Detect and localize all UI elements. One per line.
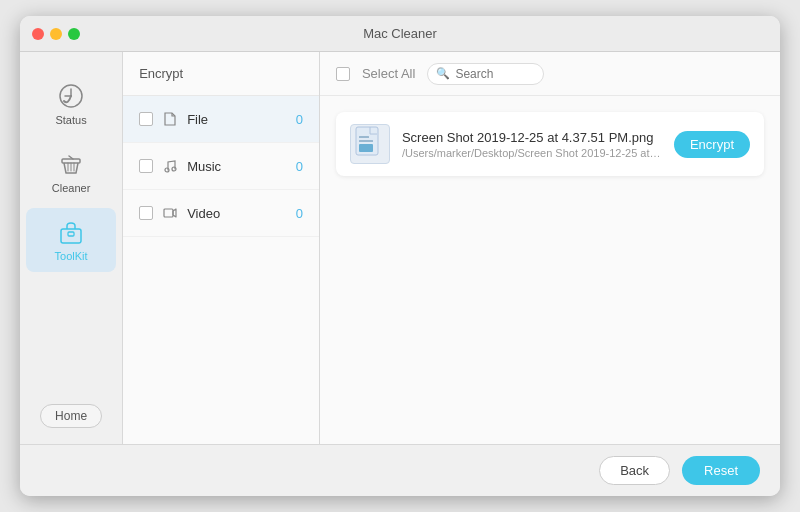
cleaner-icon bbox=[57, 150, 85, 178]
right-header: Select All 🔍 bbox=[320, 52, 780, 96]
sidebar-item-toolkit[interactable]: ToolKit bbox=[26, 208, 116, 272]
music-count: 0 bbox=[296, 159, 303, 174]
traffic-lights bbox=[32, 28, 80, 40]
search-input[interactable] bbox=[455, 67, 535, 81]
list-item-music[interactable]: Music 0 bbox=[123, 143, 319, 190]
home-button[interactable]: Home bbox=[40, 404, 102, 428]
video-count: 0 bbox=[296, 206, 303, 221]
file-info: Screen Shot 2019-12-25 at 4.37.51 PM.png… bbox=[402, 130, 662, 159]
svg-rect-6 bbox=[164, 209, 173, 217]
minimize-button[interactable] bbox=[50, 28, 62, 40]
middle-panel: Encrypt File 0 bbox=[123, 52, 320, 444]
sidebar-bottom: Home bbox=[40, 404, 102, 444]
titlebar: Mac Cleaner bbox=[20, 16, 780, 52]
video-checkbox[interactable] bbox=[139, 206, 153, 220]
bottom-bar: Back Reset bbox=[20, 444, 780, 496]
music-label: Music bbox=[187, 159, 288, 174]
search-icon: 🔍 bbox=[436, 67, 450, 80]
fullscreen-button[interactable] bbox=[68, 28, 80, 40]
file-count: 0 bbox=[296, 112, 303, 127]
svg-rect-8 bbox=[359, 144, 373, 152]
status-icon bbox=[57, 82, 85, 110]
file-path: /Users/marker/Desktop/Screen Shot 2019-1… bbox=[402, 147, 662, 159]
select-all-label: Select All bbox=[362, 66, 415, 81]
back-button[interactable]: Back bbox=[599, 456, 670, 485]
svg-rect-10 bbox=[359, 140, 373, 142]
sidebar-item-cleaner[interactable]: Cleaner bbox=[26, 140, 116, 204]
video-icon bbox=[161, 204, 179, 222]
file-label: File bbox=[187, 112, 288, 127]
app-window: Mac Cleaner Status bbox=[20, 16, 780, 496]
window-title: Mac Cleaner bbox=[363, 26, 437, 41]
svg-rect-3 bbox=[68, 232, 74, 236]
svg-rect-9 bbox=[359, 136, 369, 138]
toolkit-icon bbox=[57, 218, 85, 246]
reset-button[interactable]: Reset bbox=[682, 456, 760, 485]
list-item-video[interactable]: Video 0 bbox=[123, 190, 319, 237]
music-icon bbox=[161, 157, 179, 175]
file-icon bbox=[161, 110, 179, 128]
right-content: Screen Shot 2019-12-25 at 4.37.51 PM.png… bbox=[320, 96, 780, 444]
content-area: Status Cleaner bbox=[20, 52, 780, 444]
video-label: Video bbox=[187, 206, 288, 221]
file-thumbnail bbox=[350, 124, 390, 164]
sidebar-status-label: Status bbox=[55, 114, 86, 126]
middle-list: File 0 Music 0 bbox=[123, 96, 319, 444]
sidebar: Status Cleaner bbox=[20, 52, 123, 444]
file-item: Screen Shot 2019-12-25 at 4.37.51 PM.png… bbox=[336, 112, 764, 176]
svg-rect-1 bbox=[62, 159, 80, 163]
select-all-checkbox[interactable] bbox=[336, 67, 350, 81]
encrypt-header-label: Encrypt bbox=[139, 66, 183, 81]
encrypt-button[interactable]: Encrypt bbox=[674, 131, 750, 158]
file-checkbox[interactable] bbox=[139, 112, 153, 126]
close-button[interactable] bbox=[32, 28, 44, 40]
sidebar-cleaner-label: Cleaner bbox=[52, 182, 91, 194]
sidebar-item-status[interactable]: Status bbox=[26, 72, 116, 136]
right-panel: Select All 🔍 bbox=[320, 52, 780, 444]
sidebar-toolkit-label: ToolKit bbox=[55, 250, 88, 262]
list-item-file[interactable]: File 0 bbox=[123, 96, 319, 143]
file-name: Screen Shot 2019-12-25 at 4.37.51 PM.png bbox=[402, 130, 662, 145]
search-box: 🔍 bbox=[427, 63, 544, 85]
middle-header: Encrypt bbox=[123, 52, 319, 96]
music-checkbox[interactable] bbox=[139, 159, 153, 173]
